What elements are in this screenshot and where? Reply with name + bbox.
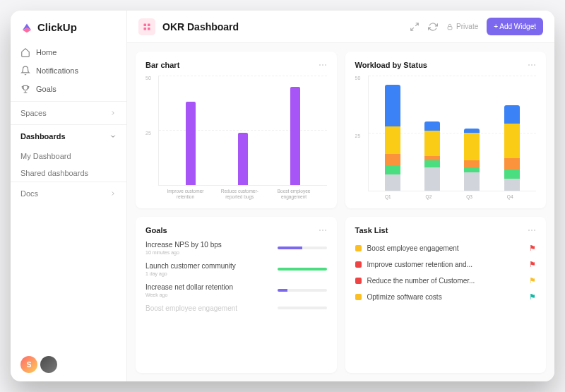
goal-time: 10 minutes ago <box>145 250 278 255</box>
bar-segment <box>504 105 520 124</box>
lock-icon <box>446 23 453 30</box>
x-axis-label: Q4 <box>489 194 530 200</box>
x-axis-label: Q3 <box>449 194 490 200</box>
bar[interactable] <box>290 87 300 185</box>
clickup-icon <box>20 20 33 33</box>
goal-time: 1 day ago <box>145 271 278 276</box>
bar-segment <box>424 160 440 167</box>
stacked-bar-chart: 50 25 Q1Q2Q3Q4 <box>355 76 537 200</box>
section-dashboards-label: Dashboards <box>20 132 66 141</box>
nav-home[interactable]: Home <box>11 43 126 61</box>
progress-bar <box>278 247 327 249</box>
section-docs[interactable]: Docs <box>11 182 126 205</box>
bar-segment <box>504 124 520 158</box>
progress-bar <box>278 289 327 292</box>
widget-tasks: Task List ⋯ Boost employee engagement ⚑ … <box>345 217 547 374</box>
avatar[interactable]: S <box>20 356 37 373</box>
stacked-bar[interactable] <box>464 129 480 191</box>
svg-rect-3 <box>148 28 150 30</box>
more-icon[interactable]: ⋯ <box>319 60 327 70</box>
status-square-icon <box>355 261 362 268</box>
bar-segment <box>464 172 480 191</box>
widget-goals: Goals ⋯ Increase NPS by 10 bps 10 minute… <box>136 217 337 374</box>
flag-icon[interactable]: ⚑ <box>529 292 536 302</box>
refresh-icon[interactable] <box>428 22 438 32</box>
svg-rect-1 <box>148 23 150 26</box>
task-name: Improve customer retention and... <box>367 261 473 268</box>
widget-grid: Bar chart ⋯ 50 25 <box>127 43 554 381</box>
bar-segment <box>385 126 400 154</box>
avatar[interactable] <box>40 356 57 373</box>
chevron-right-icon <box>109 109 117 117</box>
bar[interactable] <box>186 102 196 185</box>
task-name: Optimize software costs <box>367 293 442 301</box>
bar-segment <box>385 174 400 191</box>
stacked-bar[interactable] <box>385 85 400 191</box>
page-title: OKR Dashboard <box>162 21 239 32</box>
goal-row[interactable]: Increase NPS by 10 bps 10 minutes ago <box>145 241 327 255</box>
avatar-row: S <box>11 348 126 381</box>
section-spaces-label: Spaces <box>20 109 47 117</box>
sidebar: ClickUp Home Notifications Goals Spaces … <box>11 11 127 381</box>
status-square-icon <box>355 245 362 251</box>
bar-segment <box>424 167 440 191</box>
goal-name: Increase net dollar retention <box>145 283 278 291</box>
goal-time: Week ago <box>145 292 278 297</box>
widget-title: Bar chart <box>145 61 179 69</box>
expand-icon[interactable] <box>410 22 420 32</box>
task-row[interactable]: Improve customer retention and... ⚑ <box>355 260 537 269</box>
goals-list: Increase NPS by 10 bps 10 minutes ago La… <box>145 241 327 312</box>
y-axis-ticks: 50 25 <box>355 76 368 191</box>
add-widget-button[interactable]: + Add Widget <box>487 18 543 35</box>
main: OKR Dashboard Private + Add Widget Bar c… <box>127 11 554 381</box>
bar-segment <box>504 170 520 179</box>
status-square-icon <box>355 278 362 284</box>
task-row[interactable]: Optimize software costs ⚑ <box>355 292 537 302</box>
goal-name: Increase NPS by 10 bps <box>145 241 278 249</box>
bar[interactable] <box>238 133 248 185</box>
nav-goals[interactable]: Goals <box>11 80 126 98</box>
bar-segment <box>385 165 400 174</box>
svg-rect-0 <box>144 23 147 26</box>
task-name: Boost employee engagement <box>367 244 459 252</box>
progress-bar <box>278 307 327 309</box>
nav-goals-label: Goals <box>36 85 56 93</box>
widget-bar-chart: Bar chart ⋯ 50 25 <box>136 52 337 208</box>
home-icon <box>20 47 30 57</box>
widget-title: Workload by Status <box>355 61 427 69</box>
task-row[interactable]: Boost employee engagement ⚑ <box>355 244 537 253</box>
more-icon[interactable]: ⋯ <box>319 225 327 235</box>
flag-icon[interactable]: ⚑ <box>529 276 536 285</box>
bar-segment <box>504 158 520 170</box>
svg-rect-2 <box>144 28 147 30</box>
more-icon[interactable]: ⋯ <box>528 60 536 70</box>
logo: ClickUp <box>11 11 126 40</box>
dashboard-app-icon <box>138 18 155 35</box>
chevron-down-icon <box>109 133 117 140</box>
task-name: Reduce the number of Customer... <box>367 277 475 285</box>
brand-name: ClickUp <box>37 21 77 33</box>
x-axis-label: Q2 <box>408 194 449 200</box>
section-dashboards[interactable]: Dashboards <box>11 124 126 148</box>
task-row[interactable]: Reduce the number of Customer... ⚑ <box>355 276 537 285</box>
section-spaces[interactable]: Spaces <box>11 101 126 124</box>
flag-icon[interactable]: ⚑ <box>529 260 536 269</box>
bar-segment <box>464 133 480 160</box>
stacked-bar[interactable] <box>504 105 520 190</box>
sidebar-item-my-dashboard[interactable]: My Dashboard <box>11 148 126 165</box>
goal-row[interactable]: Boost employee engagement <box>145 304 327 312</box>
goal-row[interactable]: Launch customer community 1 day ago <box>145 262 327 276</box>
goal-row[interactable]: Increase net dollar retention Week ago <box>145 283 327 297</box>
sidebar-item-shared-dashboards[interactable]: Shared dashboards <box>11 165 126 182</box>
nav-notifications-label: Notifications <box>36 66 78 75</box>
more-icon[interactable]: ⋯ <box>528 225 536 235</box>
trophy-icon <box>20 84 30 94</box>
widget-title: Goals <box>145 226 167 234</box>
task-list: Boost employee engagement ⚑ Improve cust… <box>355 244 537 302</box>
bell-icon <box>20 66 30 76</box>
privacy-indicator[interactable]: Private <box>446 23 478 30</box>
stacked-bar[interactable] <box>424 121 440 191</box>
flag-icon[interactable]: ⚑ <box>529 244 536 253</box>
nav-notifications[interactable]: Notifications <box>11 61 126 80</box>
y-axis-ticks: 50 25 <box>145 76 158 186</box>
